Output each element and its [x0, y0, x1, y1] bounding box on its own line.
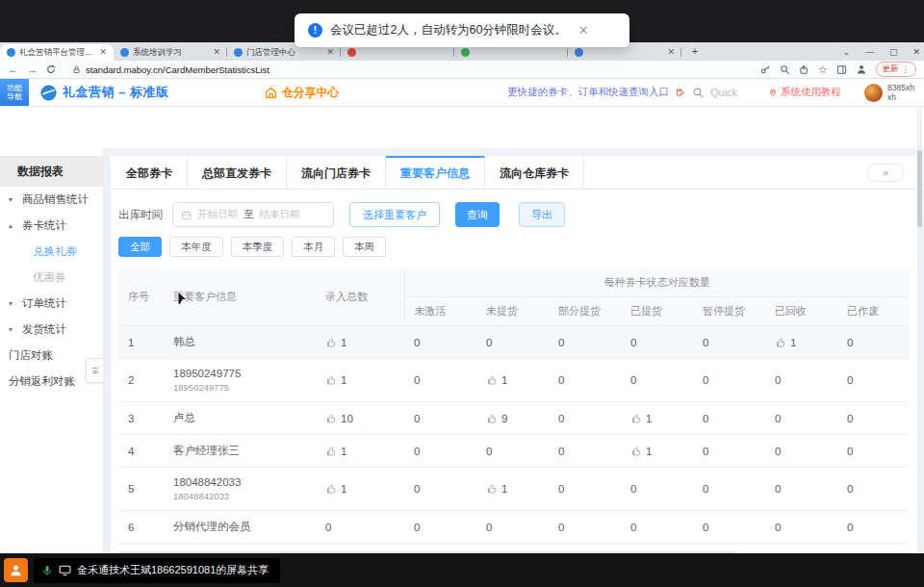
cell-status-4: 0 — [693, 402, 765, 435]
customer-name[interactable]: 分销代理的会员 — [173, 520, 306, 534]
cell-total: 1 — [316, 468, 404, 511]
user-menu[interactable]: 8385xhxh — [864, 83, 914, 102]
table-row-3[interactable]: 3卢总100901000 — [118, 402, 910, 435]
microphone-icon — [41, 565, 53, 576]
content-tab-3[interactable]: 重要客户信息 — [386, 156, 485, 189]
cell-no: 2 — [118, 359, 164, 402]
tab-close-icon[interactable]: ✕ — [213, 48, 220, 57]
browser-tab-0[interactable]: 礼盒营销平台管理中心✕ — [0, 44, 114, 61]
content-tab-1[interactable]: 总部直发券卡 — [188, 156, 287, 189]
tab-close-icon[interactable]: ✕ — [326, 48, 334, 57]
hand-link-icon[interactable] — [630, 413, 642, 424]
table-row-6[interactable]: 6分销代理的会员00000000 — [118, 511, 910, 544]
tab-title: 系统培训学习 — [133, 47, 209, 59]
hand-link-icon[interactable] — [486, 374, 498, 386]
quick-filter-1[interactable]: 本年度 — [169, 237, 223, 257]
col-status-1: 未提货 — [476, 297, 549, 326]
export-button[interactable]: 导出 — [519, 202, 565, 227]
table-row-2[interactable]: 2189502497751895024977510100000 — [118, 359, 910, 402]
key-icon[interactable] — [760, 64, 771, 75]
sidebar-item-5[interactable]: ▾发货统计 — [0, 317, 103, 343]
sidebar-item-3[interactable]: 优惠券 — [0, 265, 103, 291]
customer-name[interactable]: 18048842033 — [173, 476, 306, 488]
quick-filter-4[interactable]: 本周 — [343, 237, 386, 257]
tab-search-icon[interactable]: ⌄ — [842, 47, 850, 57]
sidebar-item-1[interactable]: ▴券卡统计 — [0, 213, 103, 239]
content-tab-4[interactable]: 流向仓库券卡 — [485, 156, 584, 189]
reload-icon[interactable] — [46, 64, 56, 74]
customer-name[interactable]: 客户经理张三 — [173, 444, 306, 458]
quick-filter-2[interactable]: 本季度 — [231, 237, 285, 257]
quick-search-icon[interactable] — [692, 87, 705, 99]
vertical-scrollbar[interactable] — [917, 108, 922, 549]
sidebar-collapse-handle[interactable]: ☰ — [86, 358, 103, 383]
hand-link-icon[interactable] — [325, 374, 337, 386]
content-tab-0[interactable]: 全部券卡 — [111, 156, 188, 189]
hand-link-icon[interactable] — [775, 337, 786, 348]
cell-customer: 卢总 — [164, 402, 316, 435]
minimize-icon[interactable]: — — [865, 47, 874, 57]
bookmark-star-icon[interactable]: ☆ — [818, 64, 828, 76]
browser-update-button[interactable]: 更新 ⋮ — [876, 62, 917, 77]
quick-label: Quick — [710, 87, 737, 98]
profile-icon[interactable] — [856, 64, 867, 75]
cell-status-1: 0 — [476, 326, 549, 359]
tutorial-link[interactable]: 系统使用教程 — [768, 86, 841, 99]
customer-name[interactable]: 卢总 — [173, 411, 306, 425]
quick-filter-0[interactable]: 全部 — [118, 237, 162, 257]
customer-name[interactable]: 韩总 — [173, 335, 306, 349]
quick-filter-3[interactable]: 本月 — [292, 237, 335, 257]
col-group-status: 每种券卡状态对应数量 — [404, 268, 910, 297]
new-tab-button[interactable]: + — [687, 44, 703, 60]
share-icon[interactable] — [799, 64, 809, 75]
cell-status-4: 0 — [693, 326, 765, 359]
date-range-input[interactable]: 开始日期 至 结束日期 — [172, 202, 334, 227]
tab-favicon-icon — [120, 48, 129, 57]
quick-entry-text[interactable]: 更快捷的券卡、订单和快递查询入口 — [507, 86, 669, 99]
sidebar-item-label: 订单统计 — [22, 296, 66, 311]
hand-link-icon[interactable] — [486, 483, 498, 495]
function-nav-toggle[interactable]: 功能导航 — [0, 79, 29, 106]
tab-favicon-icon — [234, 48, 243, 57]
hand-link-icon[interactable] — [325, 483, 337, 495]
table-row-5[interactable]: 5180488420331804884203310100000 — [118, 468, 910, 511]
tab-close-icon[interactable]: ✕ — [99, 48, 107, 57]
filter-label: 出库时间 — [118, 208, 163, 222]
menu-dots-icon[interactable]: ⋮ — [902, 64, 911, 74]
hand-link-icon[interactable] — [486, 413, 498, 424]
hand-link-icon[interactable] — [325, 446, 337, 457]
cell-total: 0 — [316, 511, 404, 544]
maximize-icon[interactable]: ▢ — [889, 47, 898, 57]
forward-icon[interactable]: → — [27, 64, 38, 75]
address-bar[interactable]: standard.maboy.cn/CardMemberStatisticsLi… — [72, 64, 752, 75]
lock-icon — [72, 65, 81, 74]
hand-link-icon[interactable] — [325, 337, 337, 348]
col-status-4: 暂停提货 — [693, 297, 765, 326]
share-center-link[interactable]: 仓分享中心 — [265, 85, 339, 101]
select-customer-button[interactable]: 选择重要客户 — [349, 202, 440, 227]
table-row-1[interactable]: 1韩总10000010 — [118, 326, 910, 359]
toast-close-icon[interactable]: ✕ — [578, 23, 589, 38]
sidebar-item-4[interactable]: ▾订单统计 — [0, 291, 103, 317]
zoom-icon[interactable] — [780, 64, 790, 75]
sidebar-item-2[interactable]: 兑换礼券 — [0, 239, 103, 265]
table-row-7[interactable]: 7唐总2018101000 — [118, 544, 910, 550]
customer-name[interactable]: 18950249775 — [173, 368, 306, 379]
col-status-6: 已作废 — [837, 297, 910, 326]
cell-status-6: 0 — [837, 468, 910, 511]
browser-tab-1[interactable]: 系统培训学习✕ — [114, 44, 227, 61]
tab-close-icon[interactable]: ✕ — [667, 48, 675, 57]
sidebar-item-0[interactable]: ▾商品销售统计 — [0, 187, 103, 213]
table-row-4[interactable]: 4客户经理张三10001000 — [118, 435, 910, 468]
back-icon[interactable]: ← — [8, 64, 18, 75]
sidebar-item-label: 发货统计 — [22, 322, 66, 337]
content-tab-2[interactable]: 流向门店券卡 — [287, 156, 386, 189]
close-window-icon[interactable]: ✕ — [912, 47, 920, 57]
search-button[interactable]: 查询 — [455, 202, 500, 227]
hand-link-icon[interactable] — [325, 413, 337, 424]
vertical-scrollbar-thumb[interactable] — [917, 150, 922, 227]
hand-link-icon[interactable] — [630, 446, 642, 457]
sidebar-item-label: 优惠券 — [33, 270, 66, 285]
side-panel-icon[interactable] — [836, 64, 847, 75]
expand-button[interactable]: » — [867, 164, 904, 182]
